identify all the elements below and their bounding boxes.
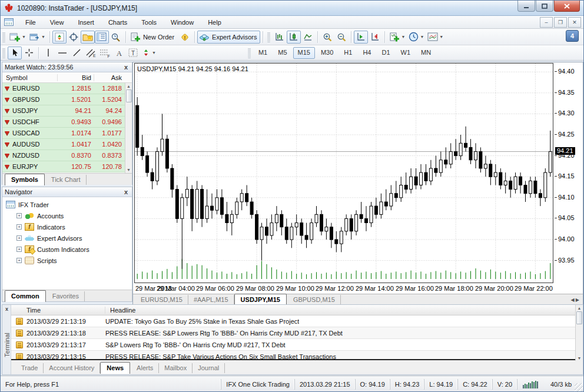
news-row[interactable]: 2013/03/29 21:13:15 PRESS RELEASE: S&P T…	[11, 351, 575, 359]
mdi-close-button[interactable]: ✕	[568, 17, 581, 28]
close-button[interactable]	[554, 1, 580, 12]
market-watch-row[interactable]: USDCAD 1.0174 1.0177	[2, 128, 132, 139]
cursor-tool-button[interactable]	[8, 46, 22, 59]
text-label-tool-button[interactable]: T	[126, 46, 140, 59]
navigator-tab[interactable]: Common	[5, 290, 46, 302]
chart-tab[interactable]: #AAPL,M15	[188, 295, 234, 305]
timeframe-button[interactable]: M1	[254, 47, 272, 59]
trendline-tool-button[interactable]	[69, 46, 84, 59]
fibonacci-tool-button[interactable]: F	[98, 46, 112, 59]
scroll-down-icon[interactable]: ▼	[127, 167, 131, 173]
timeframe-button[interactable]: H4	[358, 47, 376, 59]
profiles-button[interactable]: ▼	[28, 31, 47, 44]
timeframe-button[interactable]: M5	[273, 47, 291, 59]
bid-column-header[interactable]: Bid	[57, 74, 94, 81]
candlestick-chart-type-button[interactable]	[287, 31, 301, 44]
timeframe-button[interactable]: M15	[293, 47, 315, 59]
terminal-tab[interactable]: Account History	[44, 363, 100, 373]
chart-shift-button[interactable]	[368, 31, 382, 44]
scroll-up-icon[interactable]: ▲	[127, 83, 131, 89]
terminal-tab[interactable]: Trade	[16, 363, 44, 373]
chart-tab[interactable]: EURUSD,M15	[135, 295, 188, 305]
vertical-line-tool-button[interactable]	[41, 46, 55, 59]
market-watch-row[interactable]: EURJPY 120.75 120.78	[2, 161, 132, 172]
terminal-tab[interactable]: News	[100, 362, 130, 374]
mdi-restore-button[interactable]: ❐	[554, 17, 567, 28]
market-watch-row[interactable]: GBPUSD 1.5201 1.5204	[2, 94, 132, 105]
timeframe-button[interactable]: W1	[396, 47, 416, 59]
navigator-item[interactable]: + Indicators	[6, 221, 132, 232]
terminal-toggle-button[interactable]	[95, 31, 109, 44]
time-axis[interactable]: 29 Mar 201329 Mar 04:0029 Mar 06:0029 Ma…	[134, 284, 553, 293]
toolbar-grip[interactable]	[248, 48, 251, 58]
market-watch-toggle-button[interactable]	[52, 31, 67, 44]
status-trading-mode[interactable]: IFX One Click Trading	[221, 379, 294, 390]
splitter[interactable]	[11, 359, 575, 360]
price-axis[interactable]: 94.4094.3594.3094.2594.2094.1594.1094.05…	[555, 63, 584, 283]
news-row[interactable]: 2013/03/29 21:13:19 UPDATE: Tokyo Gas To…	[11, 315, 575, 327]
menu-item[interactable]: View	[43, 17, 71, 28]
market-watch-row[interactable]: USDCHF 0.9493 0.9496	[2, 117, 132, 128]
market-watch-scrollbar[interactable]: ▲ ▼	[125, 83, 132, 173]
market-watch-row[interactable]: EURUSD 1.2815 1.2818	[2, 83, 132, 94]
resize-grip[interactable]	[575, 383, 583, 391]
menu-item[interactable]: Tools	[134, 17, 164, 28]
line-chart-type-button[interactable]	[301, 31, 315, 44]
navigator-tab[interactable]: Favorites	[47, 291, 85, 301]
expand-plus-icon[interactable]: +	[16, 258, 22, 263]
ask-column-header[interactable]: Ask	[94, 74, 124, 81]
close-icon[interactable]: x	[4, 306, 10, 313]
navigator-item[interactable]: + Custom Indicators	[6, 244, 132, 255]
navigator-root[interactable]: IFX Trader	[6, 199, 132, 210]
equidistant-channel-tool-button[interactable]: E	[84, 46, 98, 59]
navigator-item[interactable]: + Scripts	[6, 255, 132, 266]
chart-tab[interactable]: GBPUSD,M15	[288, 295, 341, 305]
arrows-tool-button[interactable]: ▼	[140, 46, 158, 59]
candlestick-chart[interactable]	[135, 64, 553, 283]
news-row[interactable]: 2013/03/29 21:13:18 PRESS RELEASE: S&P L…	[11, 327, 575, 339]
close-icon[interactable]: x	[122, 188, 130, 195]
auto-scroll-button[interactable]	[354, 31, 368, 44]
menu-item[interactable]: Help	[201, 17, 228, 28]
menu-item[interactable]: Window	[164, 17, 201, 28]
navigator-toggle-button[interactable]	[81, 31, 95, 44]
timeframe-button[interactable]: D1	[377, 47, 394, 59]
scroll-up-icon[interactable]: ▲	[578, 305, 582, 311]
menu-item[interactable]: Insert	[71, 17, 101, 28]
expand-plus-icon[interactable]: +	[16, 224, 22, 230]
tab-scroll-icons[interactable]: ◀ ▶	[570, 297, 579, 303]
templates-button[interactable]: ▼	[426, 31, 445, 44]
notifications-badge[interactable]: 4	[566, 30, 579, 42]
chart-window-icon[interactable]	[4, 18, 14, 26]
zoom-out-button[interactable]	[334, 31, 349, 44]
navigator-item[interactable]: + Accounts	[6, 210, 132, 221]
strategy-tester-button[interactable]	[109, 31, 123, 44]
menu-item[interactable]: File	[18, 17, 43, 28]
timeframe-button[interactable]: H1	[339, 47, 357, 59]
market-watch-row[interactable]: NZDUSD 0.8370 0.8373	[2, 150, 132, 161]
toolbar-grip[interactable]	[2, 48, 5, 58]
close-icon[interactable]: x	[122, 64, 130, 71]
indicators-button[interactable]: ▼	[387, 31, 407, 44]
data-window-button[interactable]	[67, 31, 81, 44]
expand-plus-icon[interactable]: +	[16, 247, 22, 252]
new-order-button[interactable]: New Order	[128, 31, 178, 44]
periods-button[interactable]: ▼	[407, 31, 426, 44]
time-column-header[interactable]: Time	[11, 307, 105, 314]
headline-column-header[interactable]: Headline	[105, 307, 135, 314]
crosshair-tool-button[interactable]	[22, 46, 36, 59]
chart-tab[interactable]: USDJPY,M15	[234, 294, 287, 305]
terminal-tab[interactable]: Journal	[193, 363, 225, 373]
horizontal-line-tool-button[interactable]	[55, 46, 69, 59]
minimize-button[interactable]	[517, 1, 535, 12]
menu-item[interactable]: Charts	[101, 17, 134, 28]
market-watch-row[interactable]: AUDUSD 1.0417 1.0420	[2, 139, 132, 150]
new-chart-button[interactable]: ▼	[8, 31, 28, 44]
expand-plus-icon[interactable]: +	[16, 213, 22, 218]
market-watch-tab[interactable]: Tick Chart	[46, 175, 87, 185]
market-watch-tab[interactable]: Symbols	[5, 174, 45, 185]
timeframe-button[interactable]: MN	[416, 47, 436, 59]
text-tool-button[interactable]: A	[112, 46, 126, 59]
maximize-button[interactable]	[536, 1, 553, 12]
toolbar-grip[interactable]	[267, 32, 270, 42]
